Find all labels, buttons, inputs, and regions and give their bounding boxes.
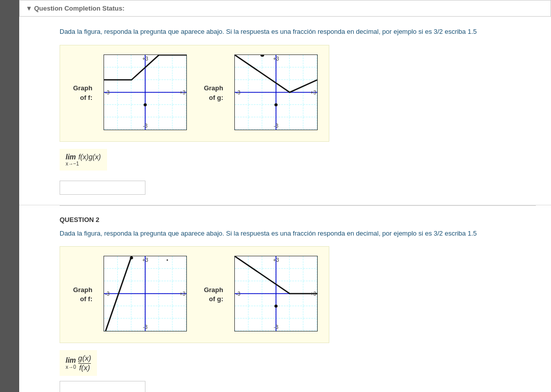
q2-f-label-left3: -3 <box>105 291 110 297</box>
q2-graph-f-svg <box>104 256 186 331</box>
q2-limit-expr: lim x→0 g(x) f(x) <box>60 350 97 376</box>
q1-lim-sub: x→−1 <box>66 161 79 166</box>
q2-graphs-outer: Graphof f: <box>60 246 329 343</box>
q1-answer-input[interactable] <box>60 181 145 195</box>
question-2-block: QUESTION 2 Dada la figura, responda la p… <box>19 206 551 393</box>
q1-graph-g-canvas: +3 -3 +3 -3 <box>228 50 322 136</box>
q2-g-label-left3: -3 <box>236 291 240 297</box>
q1-lim-word: lim <box>66 153 76 161</box>
q2-f-label-right3: +3 <box>180 291 185 297</box>
q1-graph-f-canvas: +3 -3 +3 -3 <box>97 50 191 136</box>
q2-graph-g-canvas: +3 -3 +3 -3 <box>228 252 322 338</box>
sidebar <box>0 0 19 392</box>
q1-graph-f-container: Graphof f: <box>67 50 191 136</box>
svg-point-5 <box>143 103 146 106</box>
q2-lim-numer: g(x) <box>78 354 91 364</box>
question-1-block: Dada la figura, responda la pregunta que… <box>19 17 551 205</box>
svg-point-11 <box>274 103 277 106</box>
svg-point-18 <box>130 256 133 259</box>
q1-graph-g-container: Graphof g: <box>198 50 322 136</box>
q2-graph-f-container: Graphof f: <box>67 252 191 338</box>
q1-f-label-top3: +3 <box>142 56 148 62</box>
q1-lim-func: f(x)g(x) <box>78 153 101 161</box>
completion-label: ▼ Question Completion Status: <box>26 5 125 12</box>
q2-graph-g-container: Graphof g: <box>198 252 322 338</box>
q2-g-label-top3: +3 <box>273 257 279 263</box>
q1-g-label-left3: -3 <box>236 89 240 95</box>
q2-f-label-top3: +3 <box>142 257 148 263</box>
q1-f-label-left3: -3 <box>105 89 110 95</box>
q1-graph-g-label: Graphof g: <box>198 84 223 102</box>
q2-lim-fraction: g(x) f(x) <box>78 354 91 372</box>
q2-answer-input[interactable] <box>60 381 145 392</box>
q2-g-label-bot3: -3 <box>274 324 278 330</box>
q2-graph-g-svg <box>235 256 317 331</box>
q1-g-label-top3: +3 <box>273 56 279 62</box>
q2-f-label-dot: • <box>166 257 168 263</box>
q1-lim-top: lim f(x)g(x) <box>66 153 101 161</box>
q2-lim-sub: x→0 <box>66 364 76 370</box>
q1-graph-g-inner: +3 -3 +3 -3 <box>234 54 318 130</box>
completion-bar: ▼ Question Completion Status: <box>19 0 551 17</box>
q1-lim-block: lim f(x)g(x) x→−1 <box>66 153 101 166</box>
q1-graph-f-svg <box>104 55 186 130</box>
q1-limit-wrapper: lim f(x)g(x) x→−1 <box>60 149 536 176</box>
q2-graph-g-label: Graphof g: <box>198 286 223 304</box>
svg-point-24 <box>274 305 277 308</box>
q1-f-label-right3: +3 <box>180 89 185 95</box>
q2-graph-f-canvas: +3 • -3 +3 -3 <box>97 252 191 338</box>
q2-graph-g-inner: +3 -3 +3 -3 <box>234 256 318 331</box>
q1-g-label-right3: +3 <box>311 89 316 95</box>
q2-lim-block: lim x→0 <box>66 356 76 370</box>
q2-graph-f-inner: +3 • -3 +3 -3 <box>104 256 187 331</box>
q2-g-label-right3: +3 <box>311 291 316 297</box>
q1-limit-expr: lim f(x)g(x) x→−1 <box>60 149 107 171</box>
q1-f-label-bot3: -3 <box>143 123 147 129</box>
q2-graph-f-label: Graphof f: <box>67 286 92 304</box>
q2-lim-denom: f(x) <box>79 364 90 372</box>
q2-header: QUESTION 2 <box>60 216 536 223</box>
q1-graph-f-inner: +3 -3 +3 -3 <box>104 54 187 130</box>
q2-lim-word: lim <box>66 356 76 364</box>
q2-f-label-bot3: -3 <box>143 324 147 330</box>
q2-limit-wrapper: lim x→0 g(x) f(x) <box>60 350 536 376</box>
q1-g-label-bot3: -3 <box>274 123 278 129</box>
q1-graphs-outer: Graphof f: <box>60 45 329 142</box>
q1-graph-g-svg <box>235 55 317 130</box>
q1-instruction: Dada la figura, responda la pregunta que… <box>60 27 536 37</box>
q2-instruction: Dada la figura, responda la pregunta que… <box>60 229 536 239</box>
q1-graph-f-label: Graphof f: <box>67 84 92 102</box>
